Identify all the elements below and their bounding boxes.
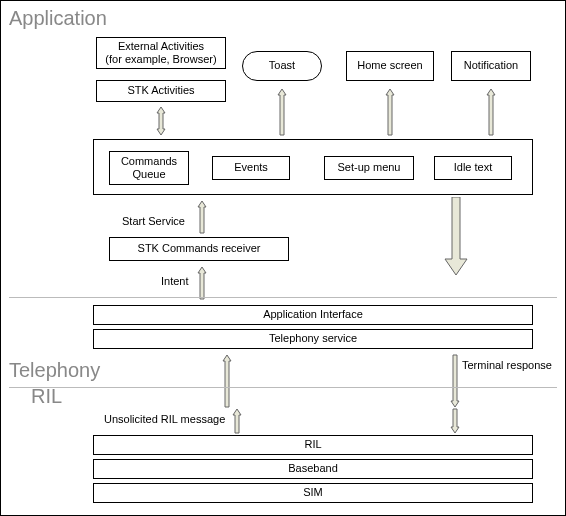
section-label-application: Application: [9, 7, 107, 30]
box-stk-commands-receiver: STK Commands receiver: [109, 237, 289, 261]
arrow-home-screen: [382, 85, 398, 139]
box-notification: Notification: [451, 51, 531, 81]
arrow-ril-down: [447, 407, 463, 435]
label-start-service: Start Service: [122, 215, 185, 227]
box-ril: RIL: [93, 435, 533, 455]
container-middle: Commands Queue Events Set-up menu Idle t…: [93, 139, 533, 195]
arrow-start-service: [194, 197, 210, 237]
box-sim: SIM: [93, 483, 533, 503]
box-idle-text: Idle text: [434, 156, 512, 180]
box-stk-activities: STK Activities: [96, 80, 226, 102]
label-unsolicited: Unsolicited RIL message: [104, 413, 225, 425]
box-application-interface: Application Interface: [93, 305, 533, 325]
box-events: Events: [212, 156, 290, 180]
label-intent: Intent: [161, 275, 189, 287]
arrow-stk-activities: [153, 103, 169, 139]
divider-telephony-ril: [9, 387, 557, 388]
divider-app-telephony: [9, 297, 557, 298]
box-external-activities: External Activities (for example, Browse…: [96, 37, 226, 69]
arrow-notification: [483, 85, 499, 139]
arrow-unsolicited: [229, 407, 245, 435]
box-home-screen: Home screen: [346, 51, 434, 81]
box-setup-menu: Set-up menu: [324, 156, 414, 180]
arrow-telephony-up: [219, 351, 235, 411]
arrow-big-down: [441, 197, 471, 277]
section-label-telephony: Telephony: [9, 359, 100, 382]
box-baseband: Baseband: [93, 459, 533, 479]
arrow-toast: [274, 85, 290, 139]
box-toast: Toast: [242, 51, 322, 81]
diagram-canvas: Application Telephony RIL External Activ…: [0, 0, 566, 516]
box-commands-queue: Commands Queue: [109, 151, 189, 185]
label-terminal-response: Terminal response: [462, 359, 552, 371]
box-telephony-service: Telephony service: [93, 329, 533, 349]
arrow-telephony-down: [447, 351, 463, 411]
section-label-ril: RIL: [31, 385, 62, 408]
